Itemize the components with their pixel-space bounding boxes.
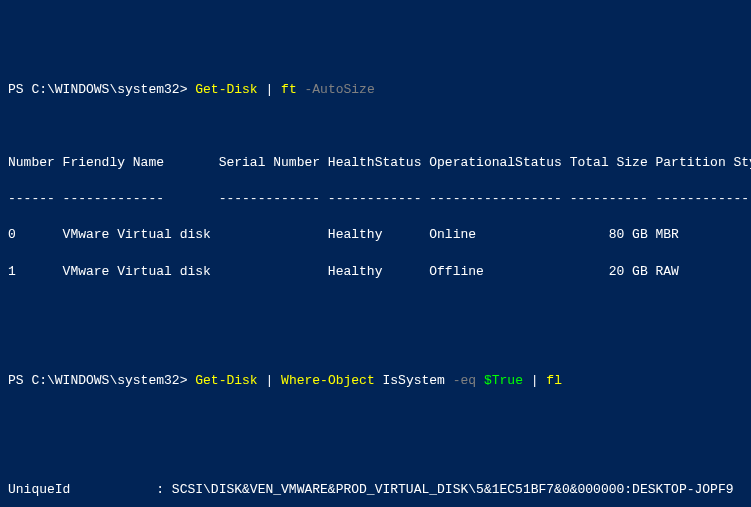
command-line-1[interactable]: PS C:\WINDOWS\system32> Get-Disk | ft -A… xyxy=(8,81,743,99)
command-line-2[interactable]: PS C:\WINDOWS\system32> Get-Disk | Where… xyxy=(8,372,743,390)
parameter: -AutoSize xyxy=(297,82,375,97)
cmdlet: Where-Object xyxy=(281,373,375,388)
space xyxy=(476,373,484,388)
pipe: | xyxy=(258,82,281,97)
table-header: Number Friendly Name Serial Number Healt… xyxy=(8,154,743,172)
cmdlet: fl xyxy=(546,373,562,388)
table-row: 1 VMware Virtual disk Healthy Offline 20… xyxy=(8,263,743,281)
prompt: PS C:\WINDOWS\system32> xyxy=(8,373,187,388)
argument: IsSystem xyxy=(375,373,453,388)
pipe: | xyxy=(523,373,546,388)
blank-line xyxy=(8,335,743,353)
detail-uniqueid: UniqueId : SCSI\DISK&VEN_VMWARE&PROD_VIR… xyxy=(8,481,743,499)
variable: $True xyxy=(484,373,523,388)
cmdlet: Get-Disk xyxy=(195,373,257,388)
table-row: 0 VMware Virtual disk Healthy Online 80 … xyxy=(8,226,743,244)
blank-line xyxy=(8,117,743,135)
blank-line xyxy=(8,299,743,317)
pipe: | xyxy=(258,373,281,388)
blank-line xyxy=(8,445,743,463)
parameter: -eq xyxy=(453,373,476,388)
blank-line xyxy=(8,408,743,426)
cmdlet: Get-Disk xyxy=(195,82,257,97)
cmdlet: ft xyxy=(281,82,297,97)
table-divider: ------ ------------- ------------- -----… xyxy=(8,190,743,208)
prompt: PS C:\WINDOWS\system32> xyxy=(8,82,187,97)
